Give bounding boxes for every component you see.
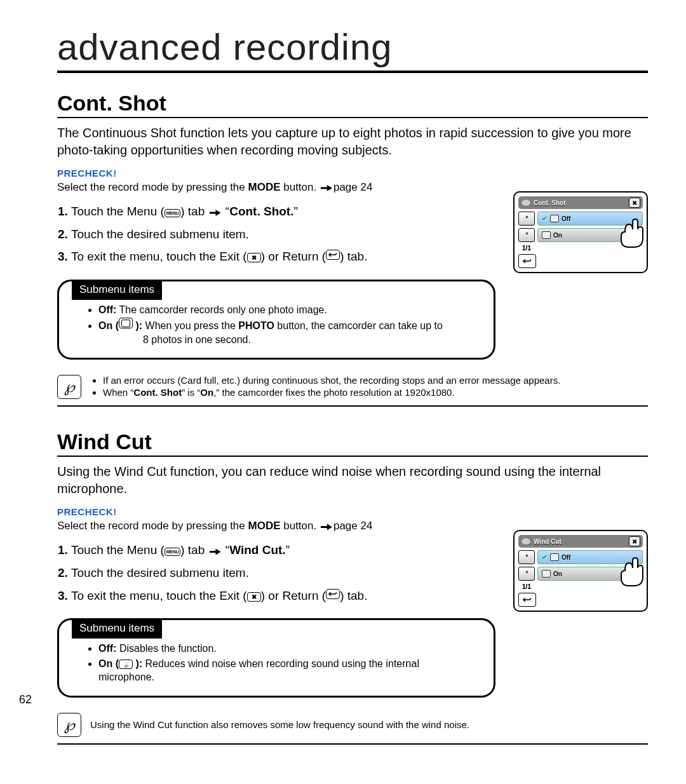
chapter-title: advanced recording [57,25,648,73]
cloud-icon [521,537,531,545]
precheck-label: PRECHECK! [57,168,648,179]
mini-icon [550,553,559,561]
text: When “ [103,387,133,398]
text: To exit the menu, touch the Exit ( [71,250,247,263]
cloud-icon [521,199,531,206]
steps-list: Touch the Menu (MENU) tab “Cont. Shot.” … [57,203,495,266]
section-cont-shot: Cont. Shot The Continuous Shot function … [57,91,648,407]
steps-list: Touch the Menu (MENU) tab “Wind Cut.” To… [57,541,495,604]
step-2: Touch the desired submenu item. [71,226,495,243]
return-icon [326,589,340,599]
section-description: The Continuous Shot function lets you ca… [57,125,648,159]
right-arrow-icon [319,181,333,193]
precheck-label: PRECHECK! [57,506,648,517]
text: Select the record mode by pressing the [57,181,248,193]
note-block: ℘ Using the Wind Cut function also remov… [57,709,648,745]
opt-colon: ): [133,320,142,331]
opt-desc: The camcorder records only one photo ima… [116,304,326,315]
opt-label: On [553,571,562,578]
text: ) or Return ( [261,589,326,602]
opt-colon: ): [133,658,142,669]
step-3: To exit the menu, touch the Exit () or R… [71,587,495,605]
lcd-up-button[interactable]: ˄ [518,550,535,564]
exit-icon [247,253,261,262]
step-target: Wind Cut. [229,543,285,557]
step-2: Touch the desired submenu item. [71,564,495,582]
text: ,” the camcorder fixes the photo resolut… [213,387,454,398]
touch-hand-icon [612,551,650,590]
opt-label: On [553,232,562,239]
cont-shot-icon [119,318,133,328]
lcd-close-button[interactable]: ✖ [629,536,640,546]
lcd-down-button[interactable]: ˅ [518,567,535,581]
section-title: Cont. Shot [57,91,648,118]
lcd-titlebar: Cont. Shot ✖ [518,196,643,209]
right-arrow-icon [208,543,222,557]
bold: On [200,387,213,398]
text: 8 photos in one second. [98,333,251,347]
section-wind-cut: Wind Cut Using the Wind Cut function, yo… [57,429,648,744]
text: Select the record mode by pressing the [57,520,248,532]
lcd-page-indicator: 1/1 [518,583,535,590]
lcd-titlebar: Wind Cut ✖ [518,535,643,548]
exit-icon [247,592,261,602]
submenu-box: Submenu items Off: The camcorder records… [57,280,495,360]
text: Touch the Menu ( [71,543,165,557]
lcd-down-button[interactable]: ˅ [518,228,535,242]
opt-label: Off [562,554,570,561]
mini-icon [550,215,559,222]
photo-word: PHOTO [238,320,274,331]
opt-name: On ( [98,658,119,669]
mini-icon [542,570,551,578]
mode-word: MODE [248,520,281,532]
submenu-box: Submenu items Off: Disables the function… [57,618,495,698]
page-ref: page 24 [333,520,372,532]
step-target: Cont. Shot. [229,205,293,218]
submenu-label: Submenu items [72,280,162,300]
submenu-off: Off: Disables the function. [98,642,477,656]
mode-word: MODE [248,181,281,193]
opt-label: Off [562,215,570,222]
manual-page: advanced recording Cont. Shot The Contin… [0,0,686,784]
touch-hand-icon [612,213,650,251]
opt-desc: Disables the function. [116,643,216,654]
step-1: Touch the Menu (MENU) tab “Wind Cut.” [71,541,495,559]
submenu-off: Off: The camcorder records only one phot… [98,303,477,317]
section-title: Wind Cut [57,429,648,457]
text: button, the camcorder can take up to [274,320,443,331]
lcd-close-button[interactable]: ✖ [629,198,640,208]
note-1: If an error occurs (Card full, etc.) dur… [103,375,560,386]
bold: Cont. Shot [133,387,182,398]
check-icon: ✔ [542,215,548,223]
lcd-screenshot-windcut: Wind Cut ✖ ˄ ˅ 1/1 ✔Off On [513,530,648,612]
page-ref: page 24 [333,181,372,193]
text: ) tab. [340,250,367,263]
return-icon [326,250,340,260]
lcd-title: Cont. Shot [534,199,566,206]
note-icon: ℘ [57,375,81,399]
note-block: ℘ If an error occurs (Card full, etc.) d… [57,371,648,407]
lcd-return-button[interactable] [518,254,536,268]
check-icon: ✔ [542,553,548,562]
lcd-page-indicator: 1/1 [518,245,535,252]
lcd-return-button[interactable] [518,593,536,607]
text: ) or Return ( [261,250,326,263]
text: button. [281,520,319,532]
lcd-up-button[interactable]: ˄ [518,212,535,226]
right-arrow-icon [319,520,333,532]
text: Reduces wind noise when recording sound … [98,658,419,683]
menu-icon: MENU [165,548,180,556]
lcd-screenshot-contshot: Cont. Shot ✖ ˄ ˅ 1/1 ✔Off On [513,191,648,273]
opt-name: Off: [98,304,116,315]
text: When you press the [142,320,238,331]
submenu-on: On ( ): Reduces wind noise when recordin… [98,657,477,684]
note-1: Using the Wind Cut function also removes… [90,719,469,730]
step-1: Touch the Menu (MENU) tab “Cont. Shot.” [71,203,495,220]
right-arrow-icon [208,205,222,218]
text: ” is “ [182,387,200,398]
opt-name: Off: [98,643,116,654]
text: ) tab [180,543,208,557]
text: button. [281,181,319,193]
text: ) tab. [340,589,367,602]
submenu-on: On ( ): When you press the PHOTO button,… [98,318,477,346]
